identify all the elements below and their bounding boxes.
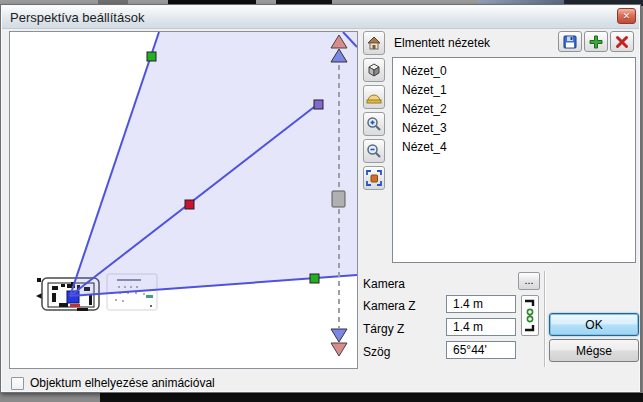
save-icon <box>562 34 578 50</box>
title-bar[interactable]: Perspektíva beállítások <box>2 6 639 29</box>
viewer-zoom-fit-button[interactable] <box>363 166 385 190</box>
saved-views-title: Elmentett nézetek <box>394 36 490 50</box>
perspective-cone-drawing <box>10 32 357 368</box>
camera-browse-button[interactable]: ... <box>518 272 540 290</box>
list-item[interactable]: Nézet_1 <box>393 81 635 100</box>
axis-arrow-down-outer[interactable] <box>331 343 347 356</box>
viewer-measure-button[interactable] <box>363 85 385 109</box>
axis-arrow-down-inner[interactable] <box>331 329 347 342</box>
plan-marker-dot <box>37 278 41 282</box>
link-values-button[interactable] <box>521 295 539 336</box>
delete-x-icon <box>614 34 630 50</box>
target-point-handle[interactable] <box>314 100 323 109</box>
animation-checkbox[interactable] <box>11 377 24 390</box>
target-z-label: Tárgy Z <box>363 322 404 336</box>
delete-view-button[interactable] <box>610 31 634 52</box>
background-window-fragment <box>100 393 643 402</box>
viewer-zoom-out-button[interactable] <box>363 139 385 163</box>
viewer-zoom-in-button[interactable] <box>363 112 385 136</box>
camera-direction-marker <box>70 304 80 307</box>
cone-edge-handle-lower[interactable] <box>310 274 319 283</box>
zoom-out-icon <box>366 143 382 159</box>
view-distance-handle[interactable] <box>185 200 194 209</box>
list-item[interactable]: Nézet_4 <box>393 138 635 157</box>
chain-link-icon <box>523 297 537 334</box>
saved-views-list[interactable]: Nézet_0 Nézet_1 Nézet_2 Nézet_3 Nézet_4 <box>392 57 636 263</box>
home-icon <box>366 35 382 51</box>
target-height-handle[interactable] <box>332 191 345 207</box>
save-view-button[interactable] <box>558 31 582 52</box>
camera-z-input[interactable] <box>446 295 516 313</box>
list-item[interactable]: Nézet_0 <box>393 62 635 81</box>
camera-label: Kamera <box>363 277 405 291</box>
list-item[interactable]: Nézet_2 <box>393 100 635 119</box>
plus-icon <box>588 34 604 50</box>
viewer-3d-view-button[interactable] <box>363 58 385 82</box>
ok-button[interactable]: OK <box>549 313 639 336</box>
perspective-viewport[interactable] <box>9 31 358 369</box>
list-item[interactable]: Nézet_3 <box>393 119 635 138</box>
zoom-in-icon <box>366 116 382 132</box>
view-cone-fill <box>70 32 357 296</box>
cube-3d-icon <box>366 62 382 78</box>
dialog-title: Perspektíva beállítások <box>10 10 144 25</box>
close-button[interactable]: ✕ <box>617 8 636 24</box>
cancel-button[interactable]: Mégse <box>549 339 639 362</box>
viewer-home-button[interactable] <box>363 31 385 55</box>
zoom-fit-icon <box>366 170 382 186</box>
section-separator <box>544 271 546 367</box>
perspective-settings-dialog: Perspektíva beállítások ✕ <box>0 4 641 393</box>
animation-checkbox-label: Objektum elhelyezése animációval <box>30 376 215 390</box>
angle-input[interactable] <box>446 341 516 359</box>
cone-edge-handle-upper[interactable] <box>147 52 156 61</box>
target-z-input[interactable] <box>446 318 516 336</box>
camera-z-label: Kamera Z <box>363 299 416 313</box>
add-view-button[interactable] <box>584 31 608 52</box>
protractor-icon <box>366 89 382 105</box>
angle-label: Szög <box>363 345 390 359</box>
